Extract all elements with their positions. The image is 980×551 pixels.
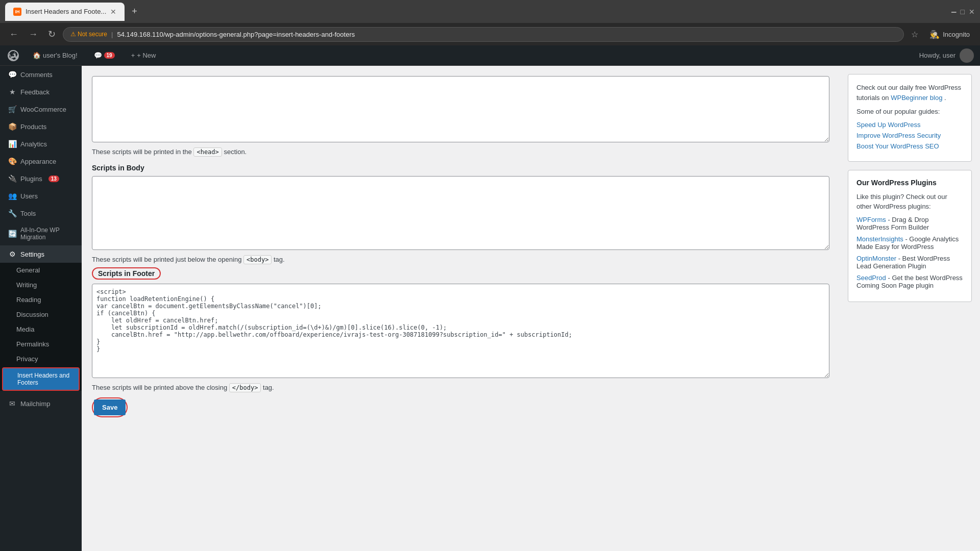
forward-button[interactable]: → — [26, 27, 41, 42]
sidebar-item-mailchimp[interactable]: ✉ Mailchimp — [0, 395, 82, 412]
scripts-in-footer-section: Scripts in Footer <script> function load… — [92, 267, 829, 391]
monsterinsights-link[interactable]: MonsterInsights — [856, 235, 903, 243]
scripts-in-footer-highlight: Scripts in Footer — [92, 267, 161, 280]
scripts-in-body-content-textarea[interactable] — [92, 176, 829, 250]
mailchimp-icon: ✉ — [8, 399, 16, 408]
sidebar-subitem-media[interactable]: Media — [0, 322, 82, 337]
head-code-tag: <head> — [193, 147, 222, 157]
sidebar-item-products[interactable]: 📦 Products — [0, 118, 82, 135]
save-button-highlight: Save — [92, 397, 128, 417]
sidebar-subitem-general[interactable]: General — [0, 263, 82, 278]
list-item: SeedProd - Get the best WordPress Coming… — [856, 274, 963, 289]
footer-tag-description: These scripts will be printed above the … — [92, 384, 829, 391]
plugins-box-title: Our WordPress Plugins — [856, 179, 963, 187]
woocommerce-icon: 🛒 — [8, 105, 16, 113]
incognito-indicator: 🕵 Incognito — [925, 30, 974, 39]
settings-submenu: General Writing Reading Discussion Media… — [0, 263, 82, 391]
back-button[interactable]: ← — [6, 27, 21, 42]
scripts-in-body-label-section: Scripts in Body These scripts will be pr… — [92, 164, 829, 263]
sidebar-item-comments[interactable]: 💬 Comments — [0, 66, 82, 83]
sidebar-item-analytics[interactable]: 📊 Analytics — [0, 135, 82, 153]
sidebar-subitem-reading[interactable]: Reading — [0, 292, 82, 307]
body-code-tag: <body> — [243, 255, 272, 264]
list-item: WPForms - Drag & Drop WordPress Form Bui… — [856, 216, 963, 231]
tools-icon: 🔧 — [8, 209, 16, 217]
address-bar[interactable]: ⚠ Not secure | 54.149.168.110/wp-admin/o… — [63, 27, 904, 42]
close-window-button[interactable]: ✕ — [969, 8, 975, 16]
settings-icon: ⚙ — [8, 250, 16, 258]
plugins-box-description: Like this plugin? Check out our other Wo… — [856, 192, 963, 212]
sidebar-item-allinone[interactable]: 🔄 All-In-One WP Migration — [0, 222, 82, 245]
wp-admin-layout: 💬 Comments ★ Feedback 🛒 WooCommerce 📦 Pr… — [0, 66, 980, 551]
sidebar-subitem-insert-headers[interactable]: Insert Headers and Footers — [3, 368, 79, 390]
browser-nav-bar: ← → ↻ ⚠ Not secure | 54.149.168.110/wp-a… — [0, 23, 980, 45]
sidebar-subitem-permalinks[interactable]: Permalinks — [0, 337, 82, 352]
sidebar-item-woocommerce[interactable]: 🛒 WooCommerce — [0, 101, 82, 118]
wordpress-icon — [8, 50, 19, 61]
security-indicator: ⚠ Not secure — [70, 31, 107, 38]
sidebar-subitem-writing[interactable]: Writing — [0, 278, 82, 292]
admin-bar-new-content[interactable]: + + New — [127, 52, 160, 59]
sidebar-item-plugins[interactable]: 🔌 Plugins 13 — [0, 170, 82, 187]
lock-icon: ⚠ — [70, 31, 76, 38]
list-item: OptinMonster - Best WordPress Lead Gener… — [856, 255, 963, 270]
wpforms-link[interactable]: WPForms — [856, 216, 886, 223]
sidebar-subitem-privacy[interactable]: Privacy — [0, 352, 82, 366]
footer-code-tag: </body> — [229, 383, 261, 392]
content-area: These scripts will be printed in the <he… — [82, 66, 980, 551]
scripts-in-body-label: Scripts in Body — [92, 164, 829, 172]
plugins-list: WPForms - Drag & Drop WordPress Form Bui… — [856, 216, 963, 289]
admin-bar-user[interactable]: Howdy, user — [919, 48, 974, 63]
tab-favicon: IH — [13, 8, 21, 16]
save-section: Save — [92, 397, 829, 417]
sidebar-item-tools[interactable]: 🔧 Tools — [0, 205, 82, 222]
scripts-in-body-section: These scripts will be printed in the <he… — [92, 76, 829, 156]
admin-bar-site[interactable]: 🏠 user's Blog! — [29, 52, 82, 59]
minimize-button[interactable]: ‒ — [951, 6, 957, 17]
wp-admin-bar: 🏠 user's Blog! 💬 19 + + New Howdy, user — [0, 45, 980, 66]
sidebar-subitem-discussion[interactable]: Discussion — [0, 307, 82, 322]
popular-guides-label: Some of our popular guides: — [856, 107, 963, 117]
list-item: Improve WordPress Security — [856, 132, 963, 139]
refresh-button[interactable]: ↻ — [45, 27, 59, 42]
optinmonster-link[interactable]: OptinMonster — [856, 255, 896, 262]
sidebar-item-settings[interactable]: ⚙ Settings — [0, 245, 82, 263]
sidebar-item-users[interactable]: 👥 Users — [0, 187, 82, 205]
wpbeginner-box: Check out our daily free WordPress tutor… — [848, 74, 972, 162]
wpbeginner-link[interactable]: WPBeginner blog — [891, 94, 942, 102]
maximize-button[interactable]: □ — [961, 8, 965, 16]
comments-icon: 💬 — [8, 70, 16, 79]
close-tab-button[interactable]: ✕ — [110, 8, 116, 16]
comments-badge: 19 — [104, 52, 115, 59]
plugins-icon: 🔌 — [8, 174, 16, 183]
main-content: These scripts will be printed in the <he… — [82, 66, 840, 551]
analytics-icon: 📊 — [8, 140, 16, 148]
new-content-icon: + — [131, 52, 135, 59]
list-item: Boost Your WordPress SEO — [856, 142, 963, 150]
admin-bar-comments[interactable]: 💬 19 — [90, 52, 119, 59]
bookmark-star-icon[interactable]: ☆ — [908, 30, 921, 39]
sidebar-item-appearance[interactable]: 🎨 Appearance — [0, 153, 82, 170]
right-sidebar: Check out our daily free WordPress tutor… — [840, 66, 980, 551]
tab-title: Insert Headers and Foote... — [26, 8, 106, 15]
guide-link-speedup[interactable]: Speed Up WordPress — [856, 121, 921, 129]
appearance-icon: 🎨 — [8, 157, 16, 165]
wp-logo[interactable] — [6, 48, 20, 63]
save-button[interactable]: Save — [94, 399, 126, 415]
scripts-in-footer-textarea[interactable]: <script> function loadRetentionEngine() … — [92, 284, 829, 378]
migration-icon: 🔄 — [8, 230, 16, 238]
new-tab-button[interactable]: + — [129, 6, 140, 17]
seedprod-link[interactable]: SeedProd — [856, 274, 886, 282]
feedback-icon: ★ — [8, 88, 16, 96]
sidebar-item-feedback[interactable]: ★ Feedback — [0, 83, 82, 101]
guide-link-seo[interactable]: Boost Your WordPress SEO — [856, 142, 939, 150]
plugins-badge: 13 — [48, 176, 59, 182]
guide-link-security[interactable]: Improve WordPress Security — [856, 132, 941, 139]
list-item: MonsterInsights - Google Analytics Made … — [856, 235, 963, 251]
users-icon: 👥 — [8, 192, 16, 200]
browser-tab[interactable]: IH Insert Headers and Foote... ✕ — [5, 3, 125, 21]
scripts-in-footer-label: Scripts in Footer — [98, 269, 155, 278]
scripts-in-body-textarea[interactable] — [92, 76, 829, 142]
url-display: 54.149.168.110/wp-admin/options-general.… — [117, 31, 355, 38]
browser-chrome: IH Insert Headers and Foote... ✕ + ‒ □ ✕ — [0, 0, 980, 23]
